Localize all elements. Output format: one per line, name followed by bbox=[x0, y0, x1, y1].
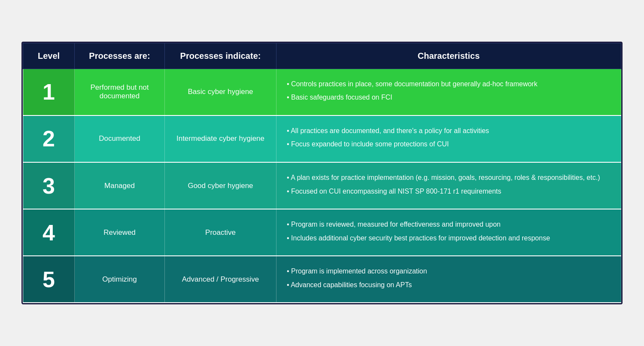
processes-are-2: Documented bbox=[75, 115, 165, 162]
header-processes-are: Processes are: bbox=[75, 43, 165, 69]
characteristic-item: Advanced capabilities focusing on APTs bbox=[287, 279, 611, 291]
level-3: 3 bbox=[23, 162, 75, 209]
cmmc-table: Level Processes are: Processes indicate:… bbox=[21, 42, 623, 305]
processes-are-3: Managed bbox=[75, 162, 165, 209]
level-2: 2 bbox=[23, 115, 75, 162]
characteristic-item: Program is reviewed, measured for effect… bbox=[287, 219, 611, 230]
header-characteristics: Characteristics bbox=[276, 43, 621, 69]
processes-are-5: Optimizing bbox=[75, 256, 165, 303]
processes-are-1: Performed but not documented bbox=[75, 69, 165, 115]
characteristics-4: Program is reviewed, measured for effect… bbox=[276, 209, 621, 256]
characteristic-item: All practices are documented, and there'… bbox=[287, 125, 611, 137]
characteristics-1: Controls practices in place, some docume… bbox=[276, 69, 621, 115]
characteristic-item: A plan exists for practice implementatio… bbox=[287, 172, 611, 183]
table-row-4: 4ReviewedProactiveProgram is reviewed, m… bbox=[23, 209, 621, 256]
processes-indicate-4: Proactive bbox=[165, 209, 276, 256]
characteristic-item: Includes additional cyber security best … bbox=[287, 233, 611, 244]
characteristics-5: Program is implemented across organizati… bbox=[276, 256, 621, 303]
characteristics-3: A plan exists for practice implementatio… bbox=[276, 162, 621, 209]
characteristic-item: Focused on CUI encompassing all NIST SP … bbox=[287, 186, 611, 197]
table-row-2: 2DocumentedIntermediate cyber hygieneAll… bbox=[23, 115, 621, 162]
processes-indicate-5: Advanced / Progressive bbox=[165, 256, 276, 303]
characteristic-item: Basic safeguards focused on FCI bbox=[287, 92, 611, 103]
table-row-3: 3ManagedGood cyber hygieneA plan exists … bbox=[23, 162, 621, 209]
characteristics-2: All practices are documented, and there'… bbox=[276, 115, 621, 162]
characteristic-item: Controls practices in place, some docume… bbox=[287, 79, 611, 90]
level-1: 1 bbox=[23, 69, 75, 115]
header-level: Level bbox=[23, 43, 75, 69]
table-header-row: Level Processes are: Processes indicate:… bbox=[23, 43, 621, 69]
processes-indicate-2: Intermediate cyber hygiene bbox=[165, 115, 276, 162]
header-processes-indicate: Processes indicate: bbox=[165, 43, 276, 69]
processes-indicate-1: Basic cyber hygiene bbox=[165, 69, 276, 115]
table-row-1: 1Performed but not documentedBasic cyber… bbox=[23, 69, 621, 115]
characteristic-item: Focus expanded to include some protectio… bbox=[287, 139, 611, 150]
table-row-5: 5OptimizingAdvanced / ProgressiveProgram… bbox=[23, 256, 621, 303]
characteristic-item: Program is implemented across organizati… bbox=[287, 266, 611, 277]
level-4: 4 bbox=[23, 209, 75, 256]
processes-are-4: Reviewed bbox=[75, 209, 165, 256]
level-5: 5 bbox=[23, 256, 75, 303]
processes-indicate-3: Good cyber hygiene bbox=[165, 162, 276, 209]
